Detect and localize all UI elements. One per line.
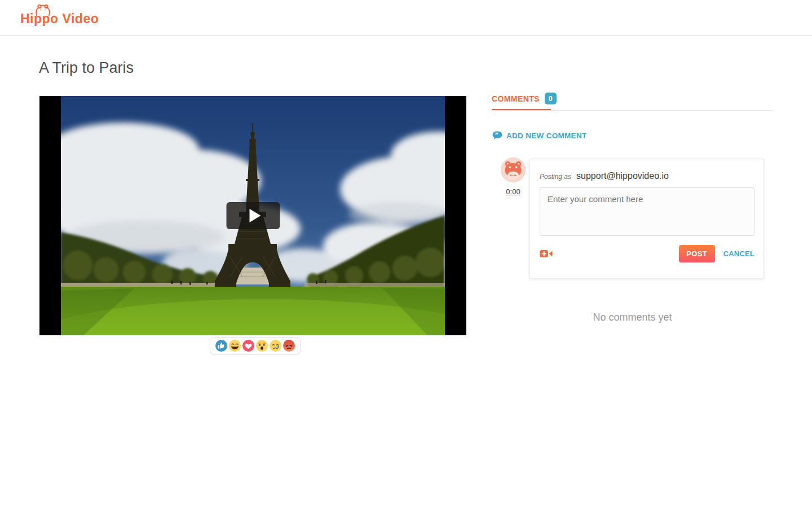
- comments-count-badge: 0: [545, 93, 557, 104]
- comment-input[interactable]: [540, 187, 754, 236]
- cancel-button[interactable]: CANCEL: [723, 249, 754, 258]
- new-comment-card: Posting as support@hippovideo.io POST CA…: [529, 159, 764, 279]
- hippo-avatar-icon: [501, 157, 526, 182]
- comment-card-footer: POST CANCEL: [540, 245, 754, 262]
- page-title: A Trip to Paris: [39, 59, 134, 77]
- top-bar: Hippo Video: [0, 0, 812, 36]
- haha-icon[interactable]: [229, 340, 241, 352]
- add-new-comment-button[interactable]: ” ADD NEW COMMENT: [492, 130, 587, 141]
- tabs-divider: [492, 110, 773, 111]
- video-camera-plus-icon: [540, 249, 553, 259]
- tab-comments[interactable]: COMMENTS 0: [492, 93, 557, 104]
- commenter-avatar-block: 0:00: [501, 157, 526, 196]
- comment-bubble-icon: ”: [492, 130, 502, 141]
- add-new-comment-label: ADD NEW COMMENT: [506, 132, 587, 140]
- wow-icon[interactable]: [256, 340, 268, 352]
- love-icon[interactable]: [242, 340, 254, 352]
- hippo-icon: [33, 4, 52, 18]
- comments-tab-label: COMMENTS: [492, 94, 540, 103]
- video-player[interactable]: [39, 96, 466, 335]
- play-button[interactable]: [226, 202, 280, 229]
- svg-text:”: ”: [495, 132, 498, 139]
- record-video-comment-button[interactable]: [540, 249, 553, 259]
- sad-icon[interactable]: [270, 340, 281, 352]
- angry-icon[interactable]: [283, 340, 295, 352]
- posting-as-label: Posting as: [540, 173, 571, 181]
- posting-as-row: Posting as support@hippovideo.io: [540, 171, 754, 181]
- like-icon[interactable]: [215, 340, 227, 352]
- hippo-video-logo[interactable]: Hippo Video: [20, 11, 99, 27]
- page: Hippo Video A Trip to Paris: [0, 0, 812, 508]
- no-comments-message: No comments yet: [492, 312, 773, 323]
- reaction-bar: [210, 337, 301, 354]
- post-button[interactable]: POST: [679, 245, 715, 262]
- play-icon: [249, 209, 261, 222]
- posting-as-email: support@hippovideo.io: [576, 171, 669, 181]
- logo-wordmark: Hippo Video: [20, 11, 99, 26]
- comment-timestamp-link[interactable]: 0:00: [506, 187, 520, 196]
